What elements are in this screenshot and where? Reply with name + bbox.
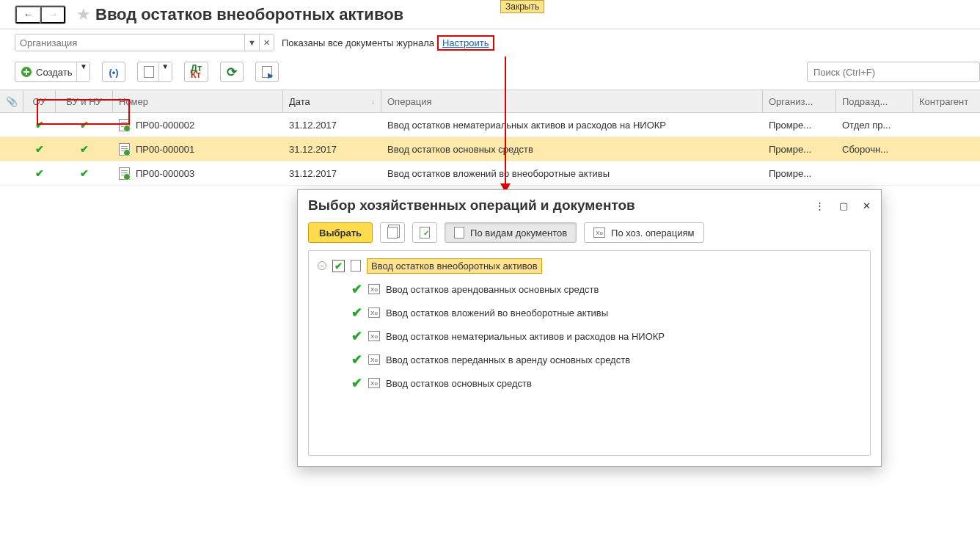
popup-toolbar: Выбрать По видам документов Xo По хоз. о… [298,218,881,250]
document-icon [119,119,130,131]
tree-item-label: Ввод остатков переданных в аренду основн… [386,354,630,365]
tree-item[interactable]: ✔XoВвод остатков арендованных основных с… [309,277,870,301]
xo-icon: Xo [368,378,380,388]
checkmark-icon: ✔ [80,167,89,179]
table-body: ✔✔ПР00-00000231.12.2017Ввод остатков нем… [0,113,980,186]
checkmark-icon: ✔ [351,375,362,391]
tree-item-label: Ввод остатков арендованных основных сред… [386,284,599,295]
by-ops-toggle[interactable]: Xo По хоз. операциям [584,222,703,243]
col-department[interactable]: Подразд... [836,90,913,112]
tree-root-label: Ввод остатков внеоборотных активов [367,258,542,274]
tree-item-label: Ввод остатков нематериальных активов и р… [386,331,665,342]
checkmark-icon: ✔ [35,119,44,131]
close-tooltip: Закрыть [500,0,544,13]
document-icon [119,143,130,156]
nav-forward-button[interactable]: → [40,6,65,23]
nav-group: ← → [15,5,66,24]
checkmark-icon: ✔ [80,143,89,155]
tree-item[interactable]: ✔XoВвод остатков основных средств [309,371,870,395]
xo-icon: Xo [368,354,380,365]
page-icon: ▶ [262,66,272,78]
report-button[interactable]: ▼ [137,62,172,82]
copy-icon [387,227,398,239]
org-clear-button[interactable]: ✕ [259,34,274,51]
data-exchange-button[interactable]: (•) [102,62,125,82]
popup-menu-icon[interactable]: ⋮ [815,200,824,211]
root-checkbox[interactable]: ✔ [332,260,345,272]
popup-maximize-icon[interactable]: ▢ [839,200,848,211]
col-organization[interactable]: Организ... [763,90,836,112]
dtkt-button[interactable]: ДтКт [184,62,209,82]
checkmark-icon: ✔ [351,328,362,344]
tree-item[interactable]: ✔XoВвод остатков вложений во внеоборотны… [309,301,870,324]
checkmark-icon: ✔ [351,281,362,297]
col-date[interactable]: Дата↓ [283,90,381,112]
document-icon [119,167,130,180]
popup-header: Выбор хозяйственных операций и документо… [298,190,881,218]
popup-close-icon[interactable]: ✕ [863,200,871,211]
table-row[interactable]: ✔✔ПР00-00000131.12.2017Ввод остатков осн… [0,137,980,161]
popup-select-operations: Выбор хозяйственных операций и документо… [297,189,882,467]
page-icon [454,227,464,239]
col-number[interactable]: Номер [113,90,283,112]
report-icon [144,66,154,78]
col-attachment[interactable]: 📎 [0,90,23,112]
plus-icon [21,67,32,77]
by-docs-toggle[interactable]: По видам документов [445,222,577,243]
checkmark-icon: ✔ [35,167,44,179]
page-title: Ввод остатков внеоборотных активов [95,5,403,24]
toolbar: Создать ▼ (•) ▼ ДтКт ⟳ ▶ [0,56,980,88]
popup-title: Выбор хозяйственных операций и документо… [308,197,635,214]
popup-window-controls: ⋮ ▢ ✕ [815,200,871,211]
refresh-button[interactable]: ⟳ [220,62,244,82]
table-header: 📎 ОУ БУ и НУ Номер Дата↓ Операция Органи… [0,90,980,113]
title-bar: ← → ★ Ввод остатков внеоборотных активов [0,0,980,29]
favorite-star-icon[interactable]: ★ [76,5,91,24]
check-all-button[interactable] [412,222,437,243]
org-select-group: ▼ ✕ [15,34,274,51]
paperclip-icon: 📎 [6,96,18,107]
filter-bar: ▼ ✕ Показаны все документы журнала Настр… [0,29,980,56]
report-dropdown-icon[interactable]: ▼ [158,62,172,81]
refresh-icon: ⟳ [227,65,237,80]
checkmark-icon: ✔ [351,352,362,368]
table-row[interactable]: ✔✔ПР00-00000331.12.2017Ввод остатков вло… [0,161,980,186]
table-row[interactable]: ✔✔ПР00-00000231.12.2017Ввод остатков нем… [0,113,980,137]
configure-link[interactable]: Настроить [440,36,491,50]
create-dropdown-icon[interactable]: ▼ [76,62,89,81]
exchange-icon: (•) [109,67,118,78]
search-input[interactable] [807,62,980,82]
by-ops-label: По хоз. операциям [611,227,694,239]
tree-root-row[interactable]: − ✔ Ввод остатков внеоборотных активов [309,254,870,277]
nav-back-button[interactable]: ← [15,6,40,23]
by-docs-label: По видам документов [470,227,567,239]
tree-item[interactable]: ✔XoВвод остатков переданных в аренду осн… [309,348,870,371]
dtkt-icon: ДтКт [191,65,202,79]
page-check-icon [420,227,430,239]
col-ou[interactable]: ОУ [23,90,56,112]
xo-icon: Xo [368,331,380,341]
tree-item-label: Ввод остатков основных средств [386,378,532,389]
col-bunu[interactable]: БУ и НУ [56,90,113,112]
xo-icon: Xo [593,227,605,238]
col-operation[interactable]: Операция [381,90,763,112]
checkmark-icon: ✔ [35,143,44,155]
configure-highlight: Настроить [437,35,494,51]
xo-icon: Xo [368,307,380,318]
print-button[interactable]: ▶ [255,62,279,82]
sort-asc-icon: ↓ [371,98,375,106]
create-button[interactable]: Создать ▼ [15,62,90,82]
tree: − ✔ Ввод остатков внеоборотных активов ✔… [308,250,871,456]
copy-button[interactable] [380,222,405,243]
checkmark-icon: ✔ [351,305,362,321]
expander-icon[interactable]: − [318,261,326,270]
col-counterparty[interactable]: Контрагент [913,90,980,112]
xo-icon: Xo [368,284,380,294]
create-button-label: Создать [36,67,72,78]
tree-item-label: Ввод остатков вложений во внеоборотные а… [386,307,608,318]
org-input[interactable] [15,34,244,51]
tree-item[interactable]: ✔XoВвод остатков нематериальных активов … [309,324,870,348]
select-button[interactable]: Выбрать [308,222,373,243]
org-dropdown-button[interactable]: ▼ [244,34,259,51]
checkmark-icon: ✔ [80,119,89,131]
